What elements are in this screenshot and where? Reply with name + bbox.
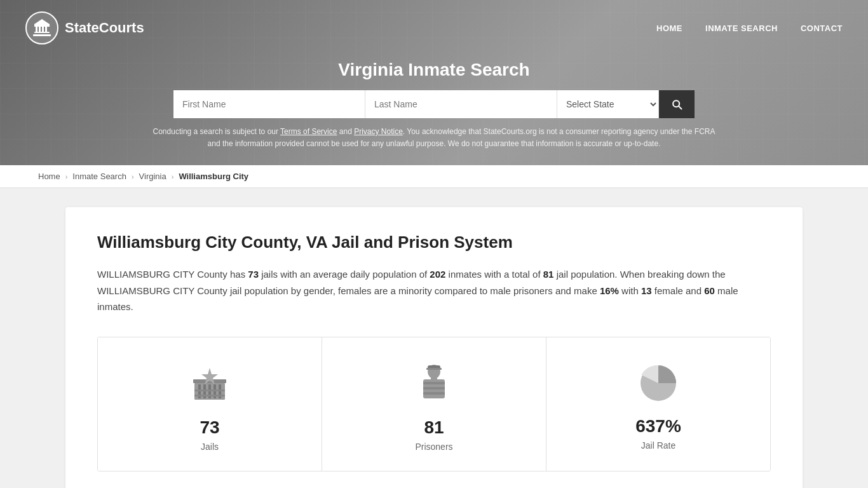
breadcrumb-inmate-search[interactable]: Inmate Search (72, 172, 126, 181)
svg-rect-12 (194, 390, 225, 391)
svg-rect-3 (39, 27, 41, 32)
logo-svg (32, 18, 52, 38)
desc-6: female and (652, 285, 705, 296)
total-pop: 81 (543, 269, 554, 280)
breadcrumb-chevron-1: › (65, 173, 68, 180)
jail-icon (187, 360, 233, 406)
nav-item-contact[interactable]: CONTACT (801, 23, 843, 33)
site-logo[interactable]: StateCourts (25, 11, 144, 44)
svg-rect-1 (34, 32, 50, 33)
stat-card-jail-rate: 637% Jail Rate (546, 337, 770, 471)
svg-rect-5 (45, 27, 47, 32)
svg-rect-4 (42, 27, 44, 32)
pie-chart-svg (637, 362, 680, 405)
jail-rate-stat-number: 637% (635, 416, 681, 437)
nav-links-list: HOME INMATE SEARCH CONTACT (656, 23, 843, 33)
disclaimer-and: and (337, 127, 354, 136)
nav-link-home[interactable]: HOME (656, 24, 682, 33)
desc-1: WILLIAMSBURG CITY County has (97, 269, 248, 280)
nav-link-contact[interactable]: CONTACT (801, 24, 843, 33)
pie-chart-icon (637, 362, 680, 405)
disclaimer-text: Conducting a search is subject to our Te… (148, 126, 720, 150)
disclaimer-before: Conducting a search is subject to our (153, 127, 281, 136)
site-name: StateCourts (65, 20, 144, 36)
prisoners-stat-number: 81 (424, 417, 444, 438)
svg-rect-2 (36, 27, 37, 32)
desc-2: jails with an average daily population o… (259, 269, 430, 280)
female-count: 13 (641, 285, 652, 296)
page-description: WILLIAMSBURG CITY County has 73 jails wi… (97, 266, 771, 315)
stat-card-prisoners: 81 Prisoners (322, 337, 546, 471)
first-name-input[interactable] (173, 90, 365, 118)
prisoner-svg (416, 363, 452, 403)
svg-rect-22 (423, 392, 445, 395)
breadcrumb-chevron-2: › (132, 173, 134, 180)
last-name-input[interactable] (365, 90, 557, 118)
search-button[interactable] (659, 90, 695, 118)
jails-stat-label: Jails (201, 442, 219, 452)
privacy-link[interactable]: Privacy Notice (354, 127, 403, 136)
terms-link[interactable]: Terms of Service (280, 127, 337, 136)
breadcrumb-state[interactable]: Virginia (139, 172, 166, 181)
desc-3: inmates with a total of (445, 269, 543, 280)
state-select[interactable]: Select State Virginia California Texas N… (557, 90, 659, 118)
header-content: StateCourts HOME INMATE SEARCH CONTACT V… (0, 0, 868, 165)
svg-rect-0 (33, 34, 51, 36)
svg-rect-13 (194, 395, 225, 396)
breadcrumb-home[interactable]: Home (38, 172, 60, 181)
page-heading: Williamsburg City County, VA Jail and Pr… (97, 233, 771, 252)
breadcrumb-current: Williamsburg City (179, 172, 248, 181)
jail-rate-stat-label: Jail Rate (641, 440, 675, 451)
svg-rect-20 (423, 382, 445, 384)
svg-rect-18 (426, 368, 442, 370)
search-bar: Select State Virginia California Texas N… (173, 90, 695, 118)
prisoner-icon (411, 360, 457, 406)
nav-item-inmate-search[interactable]: INMATE SEARCH (705, 23, 778, 33)
female-pct: 16% (600, 285, 619, 296)
logo-icon (25, 11, 58, 44)
stats-row: 73 Jails (97, 337, 771, 471)
main-nav: StateCourts HOME INMATE SEARCH CONTACT (25, 0, 843, 51)
male-count: 60 (704, 285, 715, 296)
search-icon (670, 98, 683, 111)
nav-link-inmate-search[interactable]: INMATE SEARCH (705, 24, 778, 33)
svg-rect-21 (423, 387, 445, 390)
breadcrumb: Home › Inmate Search › Virginia › Willia… (0, 165, 868, 188)
desc-5: with (619, 285, 641, 296)
jails-stat-number: 73 (200, 417, 219, 438)
jails-count: 73 (248, 269, 259, 280)
breadcrumb-chevron-3: › (172, 173, 174, 180)
site-header: StateCourts HOME INMATE SEARCH CONTACT V… (0, 0, 868, 165)
jail-svg (189, 363, 230, 403)
stat-card-jails: 73 Jails (98, 337, 322, 471)
hero-title: Virginia Inmate Search (338, 60, 529, 80)
svg-rect-23 (431, 378, 437, 381)
main-content: Williamsburg City County, VA Jail and Pr… (65, 207, 803, 488)
prisoners-stat-label: Prisoners (415, 442, 452, 452)
nav-item-home[interactable]: HOME (656, 23, 682, 33)
avg-daily: 202 (430, 269, 445, 280)
